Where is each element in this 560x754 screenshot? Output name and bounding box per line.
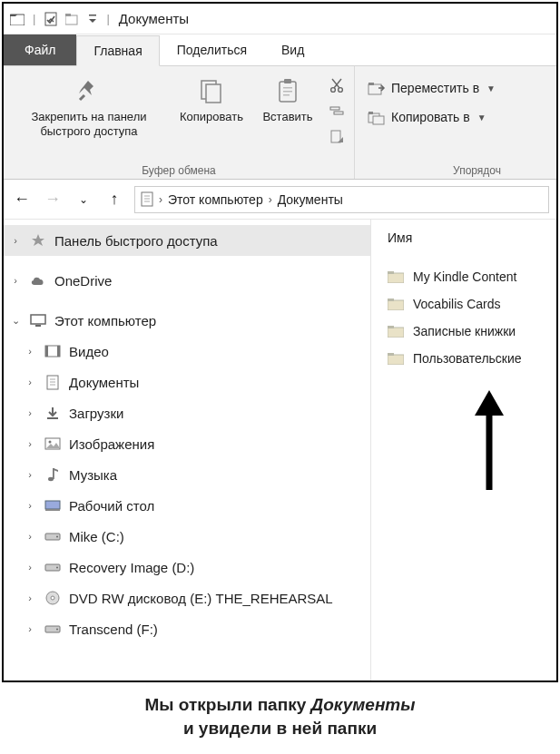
svg-rect-34 bbox=[57, 346, 60, 357]
copy-path-button[interactable] bbox=[327, 101, 347, 121]
folder-icon bbox=[388, 323, 404, 339]
chevron-right-icon[interactable]: › bbox=[24, 623, 36, 634]
tree-item-documents[interactable]: › Документы bbox=[4, 367, 370, 397]
pin-quick-access-button[interactable]: Закрепить на панели быстрого доступа bbox=[7, 72, 171, 140]
copy-to-button[interactable]: Копировать в ▼ bbox=[368, 108, 496, 126]
up-button[interactable]: ↑ bbox=[103, 189, 125, 211]
chevron-down-icon[interactable]: ⌄ bbox=[9, 315, 22, 327]
svg-rect-55 bbox=[388, 271, 394, 274]
tree-label: Этот компьютер bbox=[54, 313, 156, 328]
copy-button[interactable]: Копировать bbox=[171, 72, 252, 124]
chevron-down-icon: ▼ bbox=[477, 113, 486, 122]
new-folder-icon[interactable] bbox=[64, 11, 81, 27]
folder-icon bbox=[388, 350, 404, 367]
drive-icon bbox=[44, 558, 62, 576]
chevron-right-icon[interactable]: › bbox=[9, 235, 22, 246]
address-path[interactable]: › Этот компьютер › Документы bbox=[134, 186, 549, 213]
svg-rect-17 bbox=[330, 107, 339, 110]
chevron-down-icon: ▼ bbox=[486, 83, 496, 93]
svg-rect-59 bbox=[388, 326, 394, 328]
svg-rect-61 bbox=[388, 353, 394, 356]
tree-item-drive-f[interactable]: › Transcend (F:) bbox=[4, 613, 370, 644]
svg-marker-63 bbox=[475, 390, 504, 416]
recent-locations-button[interactable]: ⌄ bbox=[73, 189, 94, 211]
paste-shortcut-button[interactable] bbox=[327, 126, 347, 146]
chevron-right-icon[interactable]: › bbox=[24, 346, 36, 357]
drive-icon bbox=[44, 620, 62, 638]
svg-point-14 bbox=[339, 88, 343, 93]
folder-name: My Kindle Content bbox=[413, 269, 516, 284]
tree-label: Изображения bbox=[69, 436, 154, 452]
breadcrumb-documents[interactable]: Документы bbox=[278, 192, 343, 207]
tree-item-downloads[interactable]: › Загрузки bbox=[4, 397, 370, 428]
chevron-right-icon[interactable]: › bbox=[159, 193, 162, 206]
caption-text: Мы открыли папку bbox=[145, 695, 311, 714]
svg-rect-11 bbox=[283, 91, 292, 93]
folder-item[interactable]: Vocabilis Cards bbox=[371, 290, 556, 318]
folder-item[interactable]: Записные книжки bbox=[371, 318, 556, 345]
tree-label: Загрузки bbox=[69, 406, 123, 421]
svg-rect-30 bbox=[31, 315, 45, 324]
tree-this-pc[interactable]: ⌄ Этот компьютер bbox=[4, 305, 370, 336]
clipboard-extras bbox=[323, 72, 350, 146]
chevron-right-icon[interactable]: › bbox=[24, 500, 36, 511]
paste-button[interactable]: Вставить bbox=[252, 72, 323, 124]
column-header-name[interactable]: Имя bbox=[371, 227, 556, 254]
qat-dropdown-icon[interactable] bbox=[86, 11, 99, 27]
disc-icon bbox=[44, 589, 62, 607]
chevron-right-icon[interactable]: › bbox=[9, 275, 22, 286]
svg-rect-10 bbox=[283, 87, 292, 89]
tree-item-pictures[interactable]: › Изображения bbox=[4, 428, 370, 459]
breadcrumb-this-pc[interactable]: Этот компьютер bbox=[168, 192, 263, 207]
chevron-right-icon[interactable]: › bbox=[269, 193, 272, 206]
move-to-icon bbox=[368, 79, 386, 97]
cut-button[interactable] bbox=[327, 75, 347, 95]
svg-line-5 bbox=[80, 95, 84, 100]
caption: Мы открыли папку Документы и увидели в н… bbox=[0, 684, 560, 745]
document-icon bbox=[141, 191, 153, 207]
folder-name: Записные книжки bbox=[413, 324, 516, 338]
svg-rect-60 bbox=[388, 355, 404, 365]
ribbon-group-clipboard: Закрепить на панели быстрого доступа Коп… bbox=[4, 66, 355, 179]
tree-item-dvd[interactable]: › DVD RW дисковод (E:) THE_REHEARSAL bbox=[4, 583, 370, 613]
svg-rect-54 bbox=[388, 273, 404, 283]
cloud-icon bbox=[29, 271, 47, 289]
separator: | bbox=[33, 12, 35, 25]
copy-to-icon bbox=[368, 108, 386, 126]
folder-item[interactable]: Пользовательские bbox=[371, 345, 556, 372]
svg-rect-18 bbox=[334, 112, 343, 114]
content-pane: Имя My Kindle Content Vocabilis Cards За… bbox=[371, 220, 556, 681]
svg-rect-39 bbox=[47, 417, 58, 419]
tree-quick-access[interactable]: › Панель быстрого доступа bbox=[4, 225, 370, 256]
window-title: Документы bbox=[119, 11, 189, 26]
copy-label: Копировать bbox=[180, 110, 243, 124]
folder-item[interactable]: My Kindle Content bbox=[371, 263, 556, 290]
tab-share[interactable]: Поделиться bbox=[160, 34, 264, 65]
tree-item-videos[interactable]: › Видео bbox=[4, 336, 370, 367]
chevron-right-icon[interactable]: › bbox=[24, 469, 36, 480]
tree-item-drive-d[interactable]: › Recovery Image (D:) bbox=[4, 552, 370, 583]
chevron-right-icon[interactable]: › bbox=[24, 407, 36, 418]
svg-rect-3 bbox=[65, 14, 71, 16]
tab-home[interactable]: Главная bbox=[76, 35, 159, 66]
tree-item-music[interactable]: › Музыка bbox=[4, 459, 370, 490]
svg-rect-23 bbox=[368, 112, 373, 114]
tab-view[interactable]: Вид bbox=[264, 34, 321, 65]
move-to-label: Переместить в bbox=[391, 81, 479, 95]
chevron-right-icon[interactable]: › bbox=[24, 592, 36, 603]
chevron-right-icon[interactable]: › bbox=[24, 562, 36, 573]
move-to-button[interactable]: Переместить в ▼ bbox=[368, 79, 496, 97]
tree-label: Видео bbox=[69, 344, 109, 359]
folder-name: Пользовательские bbox=[413, 351, 522, 366]
back-button[interactable]: ← bbox=[11, 189, 33, 211]
chevron-right-icon[interactable]: › bbox=[24, 438, 36, 449]
tab-file[interactable]: Файл bbox=[4, 34, 76, 65]
drive-icon bbox=[44, 527, 62, 545]
chevron-right-icon[interactable]: › bbox=[24, 377, 36, 387]
picture-icon bbox=[44, 435, 62, 453]
tree-item-drive-c[interactable]: › Mike (C:) bbox=[4, 521, 370, 552]
tree-item-desktop[interactable]: › Рабочий стол bbox=[4, 490, 370, 521]
properties-icon[interactable] bbox=[43, 11, 59, 27]
chevron-right-icon[interactable]: › bbox=[24, 531, 36, 542]
tree-onedrive[interactable]: › OneDrive bbox=[4, 265, 370, 296]
